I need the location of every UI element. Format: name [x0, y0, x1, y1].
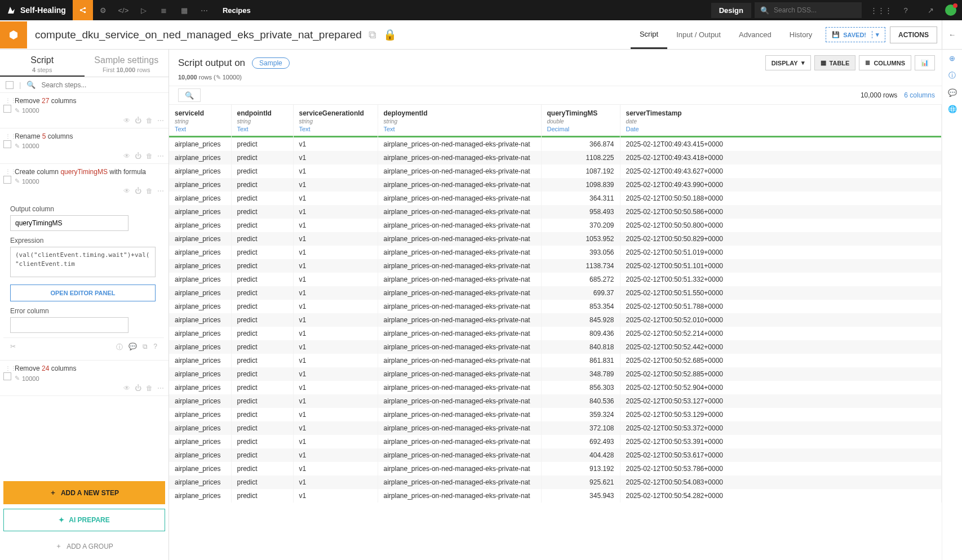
drag-icon[interactable]: ⋮⋮: [5, 97, 10, 104]
power-icon[interactable]: ⏻: [135, 384, 141, 392]
global-search[interactable]: 🔍: [755, 2, 862, 18]
design-button[interactable]: Design: [711, 3, 751, 18]
table-row[interactable]: airplane_pricespredictv1airplane_prices-…: [169, 273, 942, 286]
meaning-select[interactable]: Text: [378, 125, 541, 136]
help-icon[interactable]: ?: [895, 0, 916, 20]
table-row[interactable]: airplane_pricespredictv1airplane_prices-…: [169, 246, 942, 259]
table-row[interactable]: airplane_pricespredictv1airplane_prices-…: [169, 381, 942, 394]
col-header[interactable]: endpointId: [231, 105, 293, 118]
formula-cut-icon[interactable]: ✂: [10, 343, 16, 352]
column-summary[interactable]: 6 columns: [904, 91, 935, 99]
grid-icon[interactable]: ▦: [174, 0, 194, 20]
copy-icon[interactable]: ⧉: [369, 29, 376, 41]
step-item[interactable]: ⋮⋮ Remove 24 columns ✎10000 👁⏻🗑⋯: [0, 361, 169, 396]
table-row[interactable]: airplane_pricespredictv1airplane_prices-…: [169, 435, 942, 448]
table-row[interactable]: airplane_pricespredictv1airplane_prices-…: [169, 367, 942, 381]
lp-tab-script[interactable]: Script 4 steps: [0, 50, 85, 77]
expression-textarea[interactable]: [10, 247, 156, 277]
table-row[interactable]: airplane_pricespredictv1airplane_prices-…: [169, 421, 942, 435]
eye-icon[interactable]: 👁: [123, 187, 130, 195]
table-row[interactable]: airplane_pricespredictv1airplane_prices-…: [169, 489, 942, 503]
global-search-input[interactable]: [774, 6, 858, 14]
drag-icon[interactable]: ⋮⋮: [5, 168, 10, 175]
table-view-button[interactable]: ▦TABLE: [814, 55, 856, 70]
more-icon[interactable]: ⋯: [194, 0, 215, 20]
table-row[interactable]: airplane_pricespredictv1airplane_prices-…: [169, 394, 942, 408]
step-checkbox[interactable]: [3, 140, 11, 148]
table-row[interactable]: airplane_pricespredictv1airplane_prices-…: [169, 219, 942, 232]
table-row[interactable]: airplane_pricespredictv1airplane_prices-…: [169, 448, 942, 462]
table-row[interactable]: airplane_pricespredictv1airplane_prices-…: [169, 462, 942, 475]
copy-icon[interactable]: ⧉: [143, 343, 148, 352]
display-button[interactable]: DISPLAY▾: [765, 55, 811, 70]
col-header[interactable]: queryTimingMS: [541, 105, 620, 118]
table-row[interactable]: airplane_pricespredictv1airplane_prices-…: [169, 192, 942, 205]
steps-search-input[interactable]: [41, 81, 163, 89]
col-header[interactable]: serviceId: [169, 105, 231, 118]
tab-history[interactable]: History: [781, 20, 821, 49]
code-icon[interactable]: </>: [113, 0, 134, 20]
power-icon[interactable]: ⏻: [135, 152, 141, 160]
step-checkbox[interactable]: [3, 176, 11, 184]
output-column-input[interactable]: [10, 215, 128, 231]
table-row[interactable]: airplane_pricespredictv1airplane_prices-…: [169, 151, 942, 165]
help-icon[interactable]: ?: [153, 343, 157, 352]
power-icon[interactable]: ⏻: [135, 187, 141, 195]
open-editor-button[interactable]: OPEN EDITOR PANEL: [10, 285, 156, 301]
stack-icon[interactable]: ≣: [154, 0, 174, 20]
table-row[interactable]: airplane_pricespredictv1airplane_prices-…: [169, 340, 942, 354]
comment-icon[interactable]: 💬: [128, 343, 137, 352]
table-row[interactable]: airplane_pricespredictv1airplane_prices-…: [169, 232, 942, 246]
table-row[interactable]: airplane_pricespredictv1airplane_prices-…: [169, 137, 942, 151]
table-row[interactable]: airplane_pricespredictv1airplane_prices-…: [169, 408, 942, 421]
trash-icon[interactable]: 🗑: [146, 117, 153, 125]
tab-script[interactable]: Script: [631, 20, 667, 49]
table-row[interactable]: airplane_pricespredictv1airplane_prices-…: [169, 327, 942, 340]
eye-icon[interactable]: 👁: [123, 117, 130, 125]
table-search[interactable]: 🔍: [178, 88, 201, 102]
lp-tab-sample[interactable]: Sample settings First 10,000 rows: [85, 50, 169, 77]
step-item[interactable]: ⋮⋮ Rename 5 columns ✎10000 👁⏻🗑⋯: [0, 128, 169, 164]
columns-view-button[interactable]: ≣COLUMNS: [859, 55, 911, 70]
save-chevron-icon[interactable]: ▾: [872, 31, 879, 38]
info-icon[interactable]: ⓘ: [116, 343, 123, 352]
add-group-button[interactable]: ＋ADD A GROUP: [3, 536, 165, 557]
table-row[interactable]: airplane_pricespredictv1airplane_prices-…: [169, 178, 942, 192]
eye-icon[interactable]: 👁: [123, 152, 130, 160]
step-item[interactable]: ⋮⋮ Remove 27 columns ✎10000 👁⏻🗑⋯: [0, 93, 169, 128]
actions-button[interactable]: ACTIONS: [890, 26, 937, 43]
trash-icon[interactable]: 🗑: [146, 152, 153, 160]
more-icon[interactable]: ⋯: [157, 384, 164, 392]
back-arrow-icon[interactable]: ←: [942, 20, 962, 50]
table-row[interactable]: airplane_pricespredictv1airplane_prices-…: [169, 205, 942, 219]
select-all-steps-checkbox[interactable]: [6, 81, 14, 89]
more-icon[interactable]: ⋯: [157, 187, 164, 195]
more-icon[interactable]: ⋯: [157, 152, 164, 160]
apps-icon[interactable]: ⋮⋮⋮: [871, 0, 891, 20]
step-checkbox[interactable]: [3, 105, 11, 113]
project-home[interactable]: Self-Healing: [0, 0, 73, 20]
add-step-button[interactable]: ＋ADD A NEW STEP: [3, 481, 165, 504]
drag-icon[interactable]: ⋮⋮: [5, 133, 10, 139]
drag-icon[interactable]: ⋮⋮: [5, 365, 10, 371]
activity-icon[interactable]: ↗: [920, 0, 941, 20]
chart-view-button[interactable]: 📊: [915, 55, 935, 70]
add-circle-icon[interactable]: ⊕: [949, 54, 955, 63]
step-checkbox[interactable]: [3, 372, 11, 380]
table-row[interactable]: airplane_pricespredictv1airplane_prices-…: [169, 313, 942, 327]
tab-io[interactable]: Input / Output: [667, 20, 730, 49]
eye-icon[interactable]: 👁: [123, 384, 130, 392]
ai-prepare-button[interactable]: ✦AI PREPARE: [3, 509, 165, 531]
col-header[interactable]: serverTimestamp: [620, 105, 942, 118]
recipes-tab[interactable]: Recipes: [215, 0, 259, 20]
col-header[interactable]: deploymentId: [378, 105, 541, 118]
meaning-select[interactable]: Text: [293, 125, 378, 136]
trash-icon[interactable]: 🗑: [146, 187, 153, 195]
run-icon[interactable]: ▷: [134, 0, 154, 20]
table-row[interactable]: airplane_pricespredictv1airplane_prices-…: [169, 354, 942, 367]
error-column-input[interactable]: [10, 317, 128, 333]
table-row[interactable]: airplane_pricespredictv1airplane_prices-…: [169, 475, 942, 489]
table-row[interactable]: airplane_pricespredictv1airplane_prices-…: [169, 286, 942, 300]
meaning-select[interactable]: Date: [620, 125, 942, 136]
table-row[interactable]: airplane_pricespredictv1airplane_prices-…: [169, 300, 942, 313]
